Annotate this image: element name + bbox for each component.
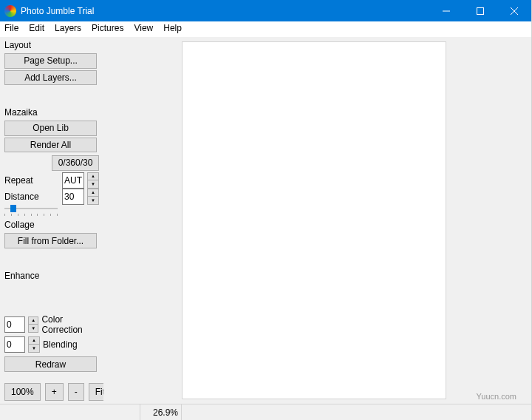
blending-input[interactable] xyxy=(4,336,25,353)
status-cell-3 xyxy=(182,404,531,420)
app-icon xyxy=(4,5,16,17)
blending-spinner[interactable]: ▲▼ xyxy=(28,336,40,353)
repeat-spinner[interactable]: ▲▼ xyxy=(87,172,99,189)
menu-help[interactable]: Help xyxy=(163,23,182,35)
render-all-button[interactable]: Render All xyxy=(4,138,97,153)
spinner-up-icon[interactable]: ▲ xyxy=(88,173,98,181)
statusbar: 26.9% xyxy=(0,404,531,420)
repeat-label: Repeat xyxy=(4,175,59,186)
zoom-in-button[interactable]: + xyxy=(45,383,64,401)
color-correction-label: Color Correction xyxy=(41,314,99,335)
menu-view[interactable]: View xyxy=(134,23,153,35)
menu-file[interactable]: File xyxy=(4,23,18,35)
spinner-down-icon[interactable]: ▼ xyxy=(29,345,39,352)
status-percent: 26.9% xyxy=(140,404,182,420)
spinner-up-icon[interactable]: ▲ xyxy=(88,189,98,197)
maximize-button[interactable] xyxy=(463,0,497,21)
canvas[interactable] xyxy=(182,41,446,399)
layout-section-label: Layout xyxy=(4,40,99,50)
menu-pictures[interactable]: Pictures xyxy=(92,23,123,35)
slider-thumb[interactable] xyxy=(10,205,16,212)
collage-section-label: Collage xyxy=(4,220,99,230)
zoom-out-button[interactable]: - xyxy=(68,383,84,401)
content-area: Layout Page Setup... Add Layers... Mazai… xyxy=(0,37,531,404)
blending-label: Blending xyxy=(43,339,78,350)
spinner-up-icon[interactable]: ▲ xyxy=(29,317,38,325)
spinner-down-icon[interactable]: ▼ xyxy=(88,180,98,188)
zoom-controls: 100% + - Fit xyxy=(4,383,99,401)
mazaika-section-label: Mazaika xyxy=(4,107,99,118)
distance-slider[interactable] xyxy=(4,206,58,216)
mazaika-progress: 0/360/30 xyxy=(52,155,99,171)
menubar: File Edit Layers Pictures View Help xyxy=(0,21,531,37)
fill-from-folder-button[interactable]: Fill from Folder... xyxy=(4,233,97,248)
minimize-button[interactable] xyxy=(429,0,463,21)
distance-label: Distance xyxy=(4,192,59,202)
repeat-input[interactable] xyxy=(62,172,84,189)
close-button[interactable] xyxy=(497,0,531,21)
watermark: Yuucn.com xyxy=(477,392,516,401)
spinner-up-icon[interactable]: ▲ xyxy=(29,337,39,345)
svg-rect-1 xyxy=(477,7,484,14)
spinner-down-icon[interactable]: ▼ xyxy=(29,325,38,332)
canvas-area xyxy=(103,37,531,404)
window-controls xyxy=(429,0,531,21)
menu-edit[interactable]: Edit xyxy=(29,23,44,35)
sidebar: Layout Page Setup... Add Layers... Mazai… xyxy=(0,37,103,404)
menu-layers[interactable]: Layers xyxy=(55,23,81,35)
redraw-button[interactable]: Redraw xyxy=(4,356,97,372)
status-cell-1 xyxy=(0,404,140,420)
add-layers-button[interactable]: Add Layers... xyxy=(4,70,97,86)
color-correction-input[interactable] xyxy=(4,316,25,333)
distance-spinner[interactable]: ▲▼ xyxy=(87,189,99,205)
window-title: Photo Jumble Trial xyxy=(21,6,429,16)
color-correction-spinner[interactable]: ▲▼ xyxy=(28,316,38,333)
enhance-section-label: Enhance xyxy=(4,271,99,281)
distance-input[interactable] xyxy=(62,189,84,205)
open-lib-button[interactable]: Open Lib xyxy=(4,121,97,136)
titlebar: Photo Jumble Trial xyxy=(0,0,531,21)
zoom-level-button[interactable]: 100% xyxy=(4,383,41,401)
page-setup-button[interactable]: Page Setup... xyxy=(4,53,97,69)
spinner-down-icon[interactable]: ▼ xyxy=(88,197,98,204)
